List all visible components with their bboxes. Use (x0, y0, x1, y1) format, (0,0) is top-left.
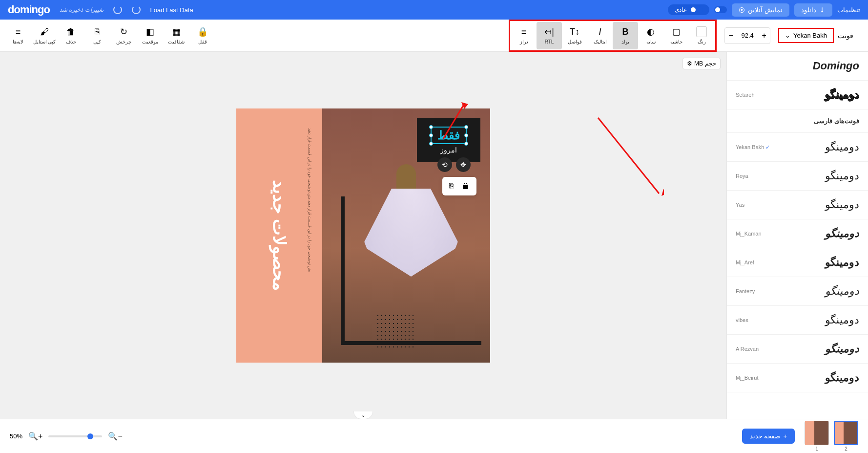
size-label: حجم (705, 60, 716, 67)
zoom-slider[interactable] (48, 435, 102, 437)
font-item[interactable]: A Rezvan دومینگو (727, 335, 868, 364)
left-desc-text[interactable]: متن توضیحی خود را در این قسمت قرار دهید … (306, 128, 312, 272)
undo-icon[interactable] (113, 5, 122, 14)
mode-pill[interactable]: عادی (668, 4, 709, 15)
font-item[interactable]: Roya دومینگو (727, 162, 868, 191)
move-handle[interactable]: ✥ (456, 157, 471, 172)
artboard[interactable]: متن توضیحی خود را در این قسمت قرار دهید … (236, 108, 490, 363)
saved-status: تغییرات ذخیره شد (60, 6, 103, 13)
copy-icon: ⎘ (92, 26, 103, 37)
size-settings-icon: ⚙ (687, 60, 692, 67)
font-name-label: Fantezy (736, 288, 755, 294)
shadow-button[interactable]: ◐سایه (638, 22, 663, 49)
promo-box[interactable]: فقط امروز (417, 118, 480, 162)
layers-button[interactable]: ≡لایه‌ها (5, 22, 31, 49)
duplicate-icon[interactable]: ⎘ (449, 182, 454, 191)
font-item[interactable]: Domingo (727, 52, 868, 81)
selected-text-element[interactable]: فقط (431, 127, 467, 144)
copy-button[interactable]: ⎘کپی (84, 22, 110, 49)
font-item[interactable]: vibes دومینگو (727, 306, 868, 335)
align-button[interactable]: ≡تراز (511, 22, 537, 49)
settings-link[interactable]: تنظیمات (837, 6, 860, 14)
text-toolbar: ≡تراز ↤|RTL T↕فواصل Iایتالیک Bبولد ◐سایه… (509, 20, 717, 52)
chevron-down-icon: ⌄ (785, 32, 790, 39)
dark-mode-toggle[interactable] (714, 6, 727, 13)
main-toolbar: ≡لایه‌ها 🖌کپی استایل 🗑حذف ⎘کپی ↻چرخش ◧مو… (0, 20, 868, 52)
expand-pages-button[interactable]: ⌄ (353, 411, 373, 419)
new-page-button[interactable]: صفحه جدید + (742, 429, 795, 444)
canvas-area[interactable]: ⚙ MB حجم متن توضیحی خود را در این قسمت ق… (0, 52, 726, 419)
quick-actions-bar: ⎘ 🗑 (442, 177, 476, 195)
border-button[interactable]: ▢حاشیه (663, 22, 689, 49)
italic-button[interactable]: Iایتالیک (587, 22, 613, 49)
rtl-button[interactable]: ↤|RTL (537, 22, 562, 49)
font-section-header: فونت‌های فارسی (727, 109, 868, 133)
svg-line-2 (598, 118, 659, 194)
font-size-increase[interactable]: + (758, 28, 770, 43)
font-family-selector[interactable]: ⌄ Yekan Bakh (778, 28, 834, 43)
left-title-text[interactable]: محصولات جدید (269, 180, 289, 291)
zoom-in-icon[interactable]: 🔍+ (28, 431, 42, 441)
font-item[interactable]: Mj_Beirut دومینگو (727, 364, 868, 392)
lock-button[interactable]: 🔒قفل (189, 22, 216, 49)
font-name-label: Mj_Beirut (736, 375, 758, 381)
resize-handle[interactable] (429, 133, 433, 137)
font-item[interactable]: Yekan Bakh دومینگو (727, 133, 868, 162)
footer-bar: 50% 🔍+ 🔍− صفحه جدید + 1 2 (0, 419, 868, 453)
font-size-control: − + (724, 27, 770, 44)
resize-handle[interactable] (464, 125, 468, 129)
resize-handle[interactable] (464, 133, 468, 137)
font-item[interactable]: Yas دومینگو (727, 191, 868, 219)
bold-button[interactable]: Bبولد (613, 22, 638, 49)
redo-icon[interactable] (132, 5, 141, 14)
page-thumbnail-2[interactable] (834, 421, 858, 445)
spacing-button[interactable]: T↕فواصل (562, 22, 587, 49)
font-name-label: A Rezvan (736, 346, 759, 352)
frame-border (341, 196, 481, 345)
position-button[interactable]: ◧موقعیت (137, 22, 163, 49)
preview-button[interactable]: ⦿ نمایش آنلاین (732, 3, 789, 17)
download-button[interactable]: دانلود ⭳ (794, 3, 832, 17)
resize-handle[interactable] (464, 142, 468, 146)
font-preview: دومینگو (825, 198, 859, 211)
lock-icon: 🔒 (197, 26, 208, 37)
collapse-panel-button[interactable]: ❯ (726, 236, 727, 255)
font-item[interactable]: Mj_Kaman دومینگو (727, 219, 868, 248)
font-preview: دومینگو (825, 170, 859, 182)
broadcast-icon: ⦿ (739, 6, 745, 14)
resize-handle[interactable] (429, 142, 433, 146)
font-item[interactable]: Fantezy دومینگو (727, 277, 868, 306)
shadow-icon: ◐ (645, 26, 656, 37)
svg-marker-3 (661, 189, 664, 196)
font-item[interactable]: Mj_Aref دومینگو (727, 248, 868, 277)
artboard-right-panel[interactable]: فقط امروز ⟲ ✥ ⎘ 🗑 (322, 108, 490, 363)
font-preview: دومینگو (825, 285, 859, 298)
font-item[interactable]: Setareh دومینگو (727, 81, 868, 109)
rotate-button[interactable]: ↻چرخش (110, 22, 137, 49)
delete-icon[interactable]: 🗑 (462, 182, 470, 191)
zoom-controls: 50% 🔍+ 🔍− (10, 431, 123, 441)
font-name-label: Mj_Kaman (736, 231, 762, 237)
spacing-icon: T↕ (569, 26, 580, 37)
artboard-left-panel[interactable]: متن توضیحی خود را در این قسمت قرار دهید … (236, 108, 322, 363)
font-size-input[interactable] (737, 28, 758, 43)
main-area: ⚙ MB حجم متن توضیحی خود را در این قسمت ق… (0, 52, 868, 419)
page-thumb-wrap: 2 (834, 421, 858, 452)
font-name-label: vibes (736, 317, 748, 323)
font-size-decrease[interactable]: − (725, 28, 737, 43)
mode-toggle[interactable] (690, 6, 703, 13)
load-last-button[interactable]: Load Last Data (150, 6, 193, 14)
color-button[interactable]: رنگ (689, 22, 714, 49)
copy-style-button[interactable]: 🖌کپی استایل (31, 22, 58, 49)
paint-roller-icon: 🖌 (39, 26, 50, 37)
opacity-button[interactable]: ▦شفافیت (163, 22, 189, 49)
page-thumbnail-1[interactable] (805, 421, 829, 445)
position-icon: ◧ (145, 26, 155, 37)
resize-handle[interactable] (429, 125, 433, 129)
delete-button[interactable]: 🗑حذف (58, 22, 84, 49)
rotate-handle[interactable]: ⟲ (437, 157, 452, 172)
sub-text[interactable]: امروز (440, 146, 457, 154)
page-thumb-wrap: 1 (805, 421, 829, 452)
zoom-out-icon[interactable]: 🔍− (108, 431, 122, 441)
size-badge[interactable]: ⚙ MB حجم (682, 58, 721, 69)
